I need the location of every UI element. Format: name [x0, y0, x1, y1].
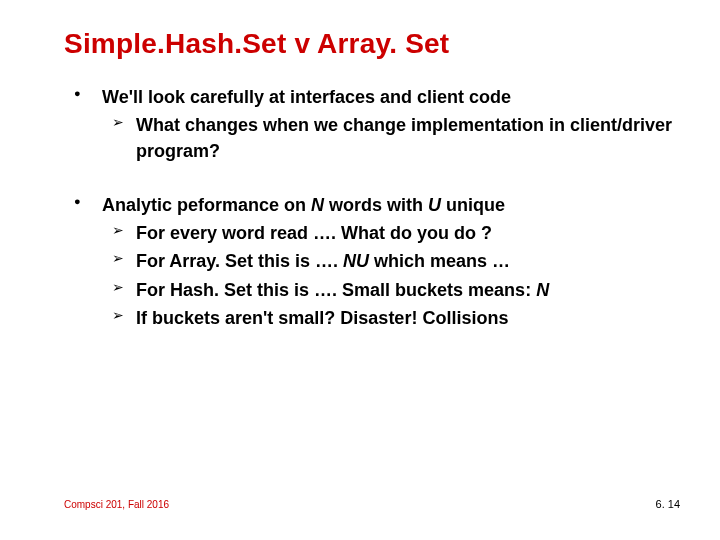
slide-title: Simple.Hash.Set v Array. Set [64, 28, 690, 60]
bullet-2-text: Analytic peformance on N words with U un… [102, 195, 505, 215]
bullet-2-sub-1: For every word read …. What do you do ? [102, 220, 690, 246]
bullet-2-sub-4: If buckets aren't small? Disaster! Colli… [102, 305, 690, 331]
bullet-1-sub-1: What changes when we change implementati… [102, 112, 690, 164]
bullet-2-sub-2: For Array. Set this is …. NU which means… [102, 248, 690, 274]
bullet-1: We'll look carefully at interfaces and c… [64, 84, 690, 164]
slide: Simple.Hash.Set v Array. Set We'll look … [0, 0, 720, 540]
bullet-2-sub-3-text: For Hash. Set this is …. Small buckets m… [136, 280, 549, 300]
bullet-2-sub-3: For Hash. Set this is …. Small buckets m… [102, 277, 690, 303]
bullet-2: Analytic peformance on N words with U un… [64, 192, 690, 330]
bullet-2-sub-1-text: For every word read …. What do you do ? [136, 223, 492, 243]
bullet-2-sub-2-text: For Array. Set this is …. NU which means… [136, 251, 510, 271]
slide-content: We'll look carefully at interfaces and c… [64, 84, 690, 331]
bullet-1-sub-1-text: What changes when we change implementati… [136, 115, 672, 161]
bullet-2-sub-4-text: If buckets aren't small? Disaster! Colli… [136, 308, 508, 328]
footer-left: Compsci 201, Fall 2016 [64, 499, 169, 510]
bullet-1-text: We'll look carefully at interfaces and c… [102, 87, 511, 107]
footer-right: 6. 14 [656, 498, 680, 510]
